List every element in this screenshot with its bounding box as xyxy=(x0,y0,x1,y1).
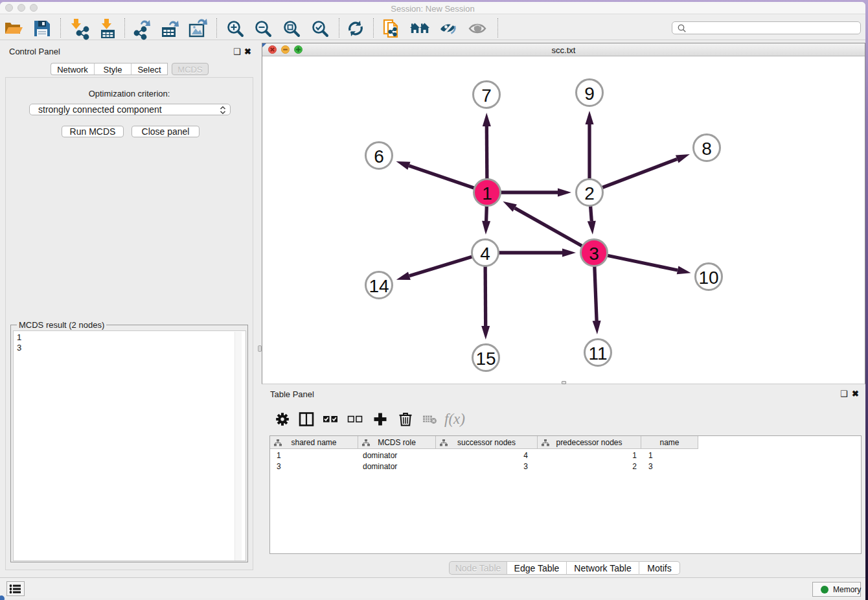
svg-text:f(x): f(x) xyxy=(444,411,465,427)
svg-text:6: 6 xyxy=(374,146,384,167)
svg-text:9: 9 xyxy=(584,84,595,104)
svg-text:1: 1 xyxy=(482,183,492,203)
svg-text:10: 10 xyxy=(698,268,718,288)
svg-text:11: 11 xyxy=(588,343,607,363)
svg-text:14: 14 xyxy=(369,276,389,296)
svg-text:4: 4 xyxy=(480,244,490,264)
svg-text:15: 15 xyxy=(475,349,496,369)
svg-text:8: 8 xyxy=(702,139,712,159)
svg-text:3: 3 xyxy=(589,244,599,264)
svg-text:2: 2 xyxy=(584,183,595,203)
svg-text:7: 7 xyxy=(481,86,492,106)
